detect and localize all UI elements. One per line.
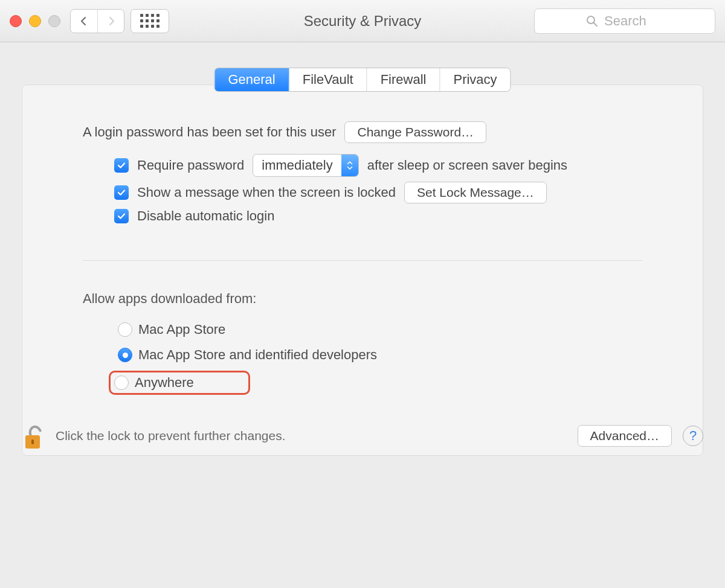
chevron-left-icon <box>79 16 89 26</box>
general-panel: A login password has been set for this u… <box>22 85 703 456</box>
disable-auto-login-label: Disable automatic login <box>137 208 274 224</box>
require-password-checkbox[interactable] <box>114 158 129 173</box>
check-icon <box>117 188 126 197</box>
chevron-right-icon <box>106 16 116 26</box>
require-password-suffix: after sleep or screen saver begins <box>367 158 567 173</box>
traffic-lights <box>10 15 60 27</box>
show-lock-message-checkbox[interactable] <box>114 185 129 200</box>
radio-icon <box>114 375 129 390</box>
lock-icon[interactable] <box>22 421 45 451</box>
radio-icon <box>118 348 132 362</box>
tab-general[interactable]: General <box>214 68 289 91</box>
search-icon <box>586 15 598 27</box>
check-icon <box>117 161 126 170</box>
show-lock-message-label: Show a message when the screen is locked <box>137 185 396 200</box>
nav-buttons <box>70 9 124 33</box>
show-all-button[interactable] <box>130 9 169 33</box>
svg-line-1 <box>594 23 597 26</box>
close-window-button[interactable] <box>10 15 22 27</box>
allow-apps-radio-group: Mac App Store Mac App Store and identifi… <box>114 320 642 401</box>
allow-apps-label: Allow apps downloaded from: <box>83 291 642 307</box>
popup-value: immediately <box>253 158 341 173</box>
change-password-button[interactable]: Change Password… <box>344 121 486 143</box>
zoom-window-button[interactable] <box>48 15 60 27</box>
set-lock-message-button[interactable]: Set Lock Message… <box>404 182 547 203</box>
login-password-text: A login password has been set for this u… <box>83 124 336 140</box>
divider <box>83 260 642 261</box>
radio-label: Mac App Store <box>138 322 225 337</box>
search-input[interactable] <box>603 13 663 30</box>
tab-bar: General FileVault Firewall Privacy <box>214 68 511 92</box>
back-button[interactable] <box>71 10 97 33</box>
check-icon <box>117 211 126 221</box>
forward-button[interactable] <box>97 10 124 33</box>
footer: Click the lock to prevent further change… <box>0 421 725 451</box>
updown-icon <box>341 155 358 176</box>
svg-rect-4 <box>31 439 34 444</box>
radio-label: Anywhere <box>135 375 194 391</box>
radio-anywhere[interactable]: Anywhere <box>114 375 194 391</box>
minimize-window-button[interactable] <box>29 15 41 27</box>
radio-anywhere-highlight: Anywhere <box>109 371 250 395</box>
require-password-delay-popup[interactable]: immediately <box>253 154 358 177</box>
content: General FileVault Firewall Privacy A log… <box>0 42 725 456</box>
tab-privacy[interactable]: Privacy <box>440 68 510 91</box>
search-field[interactable] <box>534 8 715 34</box>
toolbar: Security & Privacy <box>0 0 725 42</box>
svg-point-0 <box>587 16 594 24</box>
radio-icon <box>118 322 132 337</box>
require-password-prefix: Require password <box>137 158 244 173</box>
grid-icon <box>140 14 160 28</box>
advanced-button[interactable]: Advanced… <box>578 425 672 447</box>
radio-identified-developers[interactable]: Mac App Store and identified developers <box>114 345 642 365</box>
help-icon: ? <box>689 428 697 444</box>
disable-auto-login-checkbox[interactable] <box>114 209 129 223</box>
radio-mac-app-store[interactable]: Mac App Store <box>114 320 642 339</box>
help-button[interactable]: ? <box>683 426 703 446</box>
tab-filevault[interactable]: FileVault <box>289 68 367 91</box>
radio-label: Mac App Store and identified developers <box>138 347 377 363</box>
lock-hint-text: Click the lock to prevent further change… <box>56 429 567 443</box>
tab-firewall[interactable]: Firewall <box>367 68 440 91</box>
